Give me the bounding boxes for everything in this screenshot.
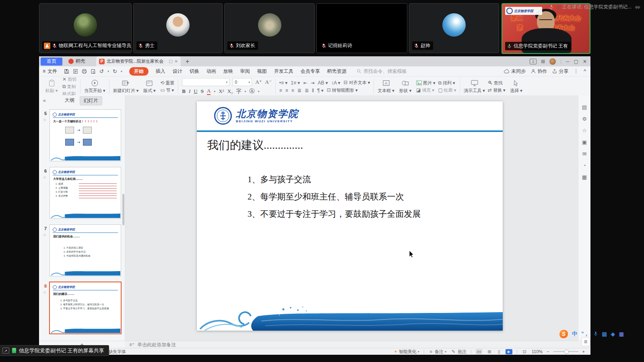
video-tile[interactable]: 赵帅 — [409, 3, 499, 53]
align-left-button[interactable]: ≡ — [279, 88, 282, 93]
find-button[interactable]: 🔍︎查找 — [488, 80, 506, 86]
slide-thumbnail-5[interactable]: 北京物资学院 大一是一个关键转折点！！！！！！ ➝ ➝ — [50, 109, 121, 161]
paragraph-settings-button[interactable]: ¶ ▾ — [317, 88, 324, 93]
slide-editor[interactable]: 北京物资学院 BEIJING WUZI UNIVERSITY 我们的建议....… — [197, 101, 503, 331]
reset-button[interactable]: ⟲重置 — [160, 80, 174, 86]
ime-logo-icon[interactable]: S — [559, 330, 568, 338]
share-button[interactable]: 分享 — [552, 68, 568, 75]
workspace-grid-icon[interactable]: ⊞ — [541, 59, 545, 64]
zoom-in-button[interactable]: + — [582, 349, 585, 354]
tab-close-icon[interactable]: ✕ — [175, 59, 178, 64]
section-button[interactable]: ▭节 ▾ — [160, 87, 174, 93]
notes-toggle-button[interactable]: ≡备注 ▾ — [429, 349, 446, 355]
properties-icon[interactable]: ▤ — [582, 104, 587, 110]
menu-tab-insert[interactable]: 插入 — [156, 68, 165, 75]
font-family-combo[interactable]: ▾ — [182, 78, 229, 86]
normal-view-button[interactable]: ▭ — [476, 349, 482, 354]
menu-tab-design[interactable]: 设计 — [173, 68, 182, 75]
slide-thumbnail-6[interactable]: 北京物资学院 大学里这几条红线......... 1. 逃课 2. 上网成瘾 3… — [50, 167, 121, 219]
mail-icon[interactable]: ✉ — [582, 151, 587, 157]
replace-button[interactable]: ⇄替换 ▾ — [488, 87, 506, 93]
font-size-input[interactable] — [235, 80, 247, 84]
outline-button[interactable]: ▢轮廓 ▾ — [438, 87, 456, 93]
clear-format-button[interactable]: Ⓐ — [250, 88, 255, 95]
slide-sorter-view-button[interactable]: ⊞ — [486, 349, 492, 354]
picture-button[interactable]: 图片 ▾ — [416, 80, 436, 86]
arrange-button[interactable]: ⧉排列 ▾ — [438, 80, 456, 86]
bullet-list-button[interactable]: •≡ ▾ — [279, 80, 288, 86]
smart-beautify-button[interactable]: ✦智能美化 ▾ — [394, 349, 419, 355]
new-tab-button[interactable]: + — [186, 58, 189, 65]
select-button[interactable]: 选择 ▾ — [508, 80, 524, 94]
comments-button[interactable]: ✎批注 — [450, 349, 466, 355]
video-tile-active-speaker[interactable]: 第二学生代表大会 第生代表大会 北京物资学院 信息学院党委副书记 王有 — [502, 3, 590, 54]
align-right-button[interactable]: ≡ — [291, 88, 294, 93]
redo-dropdown[interactable]: ▾ — [121, 70, 122, 73]
collaborate-button[interactable]: 协作 — [531, 68, 547, 75]
decrease-indent-button[interactable]: ⇤ — [303, 80, 307, 86]
menu-tab-home[interactable]: 开始 — [129, 67, 149, 76]
sync-status[interactable]: 未同步 — [504, 68, 526, 75]
italic-button[interactable]: I — [189, 88, 190, 95]
font-size-combo[interactable]: ▾ — [233, 78, 252, 86]
copy-button[interactable]: ⧉复制 — [62, 84, 76, 90]
video-tile[interactable]: 刘欢家长 — [224, 3, 315, 53]
menu-tab-view[interactable]: 视图 — [257, 68, 267, 75]
align-text-button[interactable]: ⊟ 对齐文本 ▾ — [344, 80, 370, 86]
ime-toolbox-icon[interactable]: ◈ — [611, 331, 615, 337]
screen-share-indicator[interactable]: ↗ 信息学院党委副书记 王有的屏幕共享 — [0, 345, 109, 356]
grid-icon[interactable]: ▦ — [582, 174, 587, 180]
zoom-slider-handle[interactable] — [564, 350, 569, 354]
settings-icon[interactable]: ⚙ — [582, 116, 587, 122]
menu-tab-review[interactable]: 审阅 — [240, 68, 250, 75]
menu-tab-slideshow[interactable]: 放映 — [223, 68, 233, 75]
slide-bullets[interactable]: 1、多与孩子交流 2、每学期至少和班主任、辅导员联系一次 3、不要过于专注于学习… — [248, 174, 421, 226]
tab-document-active[interactable]: P 北京物资学院...院新生家长会 ▢ ✕ — [96, 56, 181, 66]
redo-icon[interactable]: ↻ — [113, 68, 117, 74]
menu-tab-devtools[interactable]: 开发工具 — [274, 68, 293, 75]
save-icon[interactable] — [64, 69, 69, 74]
to-smartart-button[interactable]: ⊡ 转智能图形 ▾ — [327, 87, 358, 93]
collapse-ribbon-icon[interactable]: ^ — [584, 68, 586, 74]
slide-thumbnail-8-selected[interactable]: 北京物资学院 我们的建议......... 1. 多与孩子交流 2. 每学期至少… — [49, 282, 122, 334]
export-pdf-icon[interactable] — [73, 69, 78, 74]
collapsed-panel-button[interactable]: ≣ — [581, 337, 590, 346]
chart-icon[interactable]: ◔ — [583, 162, 586, 169]
more-menu-icon[interactable]: ⋮ — [574, 68, 578, 74]
print-preview-icon[interactable] — [91, 69, 96, 74]
zoom-slider[interactable] — [553, 351, 578, 352]
presentation-tools-button[interactable]: 演示工具 ▾ — [464, 80, 485, 94]
print-icon[interactable] — [82, 69, 87, 74]
zoom-out-button[interactable]: − — [547, 349, 549, 354]
fill-button[interactable]: ◪填充 ▾ — [416, 87, 436, 93]
strikethrough-button[interactable]: S — [201, 88, 204, 95]
undo-icon[interactable]: ↺ — [99, 68, 104, 74]
command-search[interactable]: 查找命令、搜索模板 — [357, 68, 407, 75]
tab-restore-icon[interactable]: ▢ — [169, 59, 172, 64]
slide-thumbnail-7[interactable]: 北京物资学院 我们提供的机会......... 1. 丰富的第二课堂 2. 多彩… — [50, 224, 121, 276]
video-tile[interactable]: 勇士 — [133, 3, 223, 53]
increase-indent-button[interactable]: ⇥ — [310, 80, 314, 86]
bold-button[interactable]: B — [182, 88, 186, 95]
layout-button[interactable]: 版式 ▾ — [141, 80, 157, 94]
account-avatar[interactable] — [549, 58, 556, 65]
undo-dropdown[interactable]: ▾ — [107, 70, 109, 73]
restore-button[interactable]: ▢ — [574, 59, 578, 64]
line-spacing-button[interactable]: ↕A ▾ — [331, 80, 341, 86]
video-tile[interactable]: 记得娃莉诗 — [316, 3, 407, 53]
minimize-button[interactable]: ─ — [566, 59, 570, 64]
align-center-button[interactable]: ≡ — [285, 88, 288, 93]
fit-slide-button[interactable]: ⊡ — [522, 349, 528, 354]
subscript-button[interactable]: X₂ — [227, 88, 233, 95]
play-from-current-button[interactable]: 当页开始 ▾ — [84, 80, 105, 94]
menu-tab-member[interactable]: 会员专享 — [301, 68, 320, 75]
increase-font-button[interactable]: A⁺ — [255, 79, 262, 85]
distribute-button[interactable]: ≣ — [305, 88, 309, 93]
font-color-button[interactable]: A — [207, 88, 211, 95]
paste-button[interactable]: 粘贴 ▾ — [43, 80, 60, 94]
justify-button[interactable]: ≣ — [297, 88, 301, 93]
font-family-input[interactable] — [184, 80, 225, 84]
menu-tab-transition[interactable]: 切换 — [190, 68, 199, 75]
decrease-font-button[interactable]: A⁻ — [265, 79, 272, 85]
text-effect-button[interactable]: 字 — [236, 88, 242, 95]
